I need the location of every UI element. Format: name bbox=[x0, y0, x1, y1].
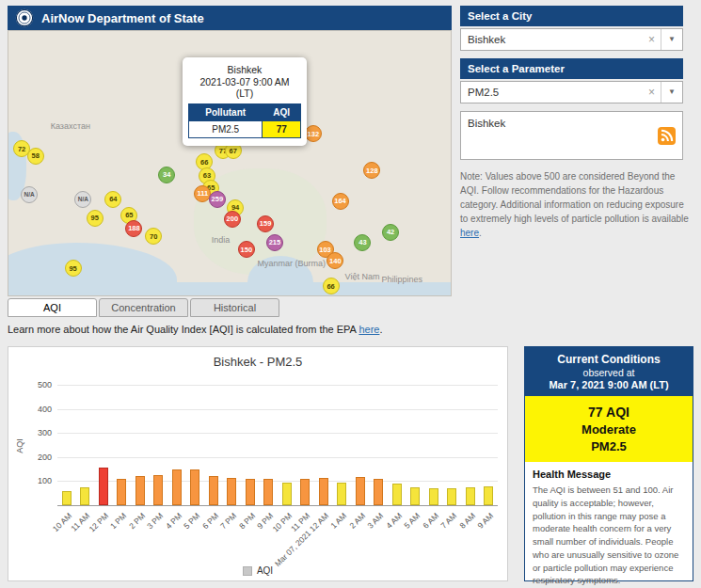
aqi-map-marker[interactable]: 43 bbox=[354, 234, 371, 251]
aqi-bar bbox=[447, 488, 456, 505]
popup-city: Bishkek bbox=[188, 64, 301, 75]
parameter-select[interactable]: PM2.5 × ▼ bbox=[460, 81, 683, 103]
aqi-map-marker[interactable]: 128 bbox=[363, 162, 380, 179]
aqi-bar bbox=[246, 479, 255, 505]
map-place-label: Myanmar (Burma) bbox=[258, 259, 327, 268]
y-axis-tick-label: 500 bbox=[25, 380, 52, 389]
aqi-bar bbox=[319, 478, 328, 505]
map-place-label: Казахстан bbox=[51, 121, 90, 131]
chart-plot: 10020030040050010 AM11 AM12 PM1 PM2 PM3 … bbox=[8, 347, 507, 580]
aqi-bar bbox=[282, 483, 292, 505]
aqi-bar bbox=[356, 477, 365, 505]
aqi-map-marker[interactable]: 150 bbox=[238, 241, 255, 258]
aqi-map-marker[interactable]: 34 bbox=[158, 167, 175, 183]
chart-gridline bbox=[57, 409, 498, 410]
aqi-map-marker[interactable]: 159 bbox=[257, 215, 274, 232]
legend-swatch bbox=[243, 566, 252, 576]
select-city-header: Select a City bbox=[460, 6, 683, 26]
popup-pollutant-value: PM2.5 bbox=[189, 121, 263, 138]
select-parameter-header: Select a Parameter bbox=[460, 58, 683, 79]
epa-text-after: . bbox=[379, 324, 382, 335]
note-here-link[interactable]: here bbox=[460, 228, 479, 238]
cc-aqi-value: 77 AQI bbox=[529, 405, 689, 420]
aqi-bar bbox=[80, 487, 89, 505]
cc-pollutant: PM2.5 bbox=[529, 439, 689, 453]
epa-here-link[interactable]: here bbox=[358, 324, 379, 335]
popup-col-pollutant: Pollutant bbox=[189, 104, 263, 121]
cc-aqi-category: Moderate bbox=[529, 422, 689, 437]
current-conditions-header: Current Conditions observed at Mar 7, 20… bbox=[525, 347, 693, 396]
aqi-map-marker[interactable]: N/A bbox=[21, 186, 38, 203]
chart-gridline bbox=[57, 385, 498, 386]
beyond-aqi-note: Note: Values above 500 are considered Be… bbox=[460, 169, 690, 240]
epa-text: Learn more about how the Air Quality Ind… bbox=[8, 324, 358, 335]
feed-city-value: Bishkek bbox=[468, 118, 505, 129]
aqi-map-marker[interactable]: 132 bbox=[305, 125, 322, 142]
map-place-label: Philippines bbox=[382, 275, 423, 284]
aqi-bar bbox=[300, 479, 310, 505]
chart-panel: Bishkek - PM2.5 AQI 10020030040050010 AM… bbox=[8, 346, 508, 581]
popup-aqi-value: 77 bbox=[263, 121, 301, 138]
aqi-map-marker[interactable]: 259 bbox=[209, 191, 226, 208]
cc-health-section: Health Message The AQI is between 51 and… bbox=[525, 462, 693, 588]
aqi-bar bbox=[374, 479, 383, 505]
aqi-map-marker[interactable]: 64 bbox=[104, 191, 121, 208]
x-axis-line bbox=[57, 505, 498, 506]
app-header: AirNow Department of State bbox=[8, 6, 452, 30]
aqi-bar bbox=[484, 486, 493, 505]
chevron-down-icon[interactable]: ▼ bbox=[661, 29, 682, 50]
dos-seal-icon bbox=[15, 8, 34, 27]
aqi-bar bbox=[392, 484, 402, 505]
aqi-bar bbox=[429, 488, 438, 505]
clear-parameter-icon[interactable]: × bbox=[643, 86, 661, 99]
epa-info-line: Learn more about how the Air Quality Ind… bbox=[8, 324, 382, 335]
popup-table: Pollutant AQI PM2.5 77 bbox=[188, 103, 301, 138]
cc-datetime: Mar 7, 2021 9:00 AM (LT) bbox=[529, 379, 689, 390]
city-select[interactable]: Bishkek × ▼ bbox=[460, 28, 683, 51]
legend-label: AQI bbox=[257, 565, 273, 576]
chart-gridline bbox=[57, 457, 498, 458]
tab-aqi[interactable]: AQI bbox=[8, 298, 97, 317]
aqi-map-marker[interactable]: 140 bbox=[327, 252, 343, 269]
aqi-bar bbox=[227, 478, 236, 505]
aqi-map-marker[interactable]: 215 bbox=[266, 234, 283, 251]
legend-item-aqi[interactable]: AQI bbox=[8, 565, 507, 576]
cc-title: Current Conditions bbox=[529, 353, 689, 366]
y-axis-tick-label: 300 bbox=[25, 428, 52, 437]
clear-city-icon[interactable]: × bbox=[643, 33, 661, 46]
y-axis-tick-label: 200 bbox=[25, 453, 52, 462]
aqi-bar bbox=[209, 476, 218, 505]
aqi-map-marker[interactable]: 95 bbox=[65, 260, 82, 277]
parameter-select-value: PM2.5 bbox=[461, 87, 643, 98]
view-tabs: AQI Concentration Historical bbox=[8, 298, 279, 317]
aqi-map-marker[interactable]: 42 bbox=[382, 224, 399, 241]
aqi-map-marker[interactable]: N/A bbox=[74, 191, 91, 208]
aqi-map-marker[interactable]: 188 bbox=[125, 220, 142, 237]
tab-historical[interactable]: Historical bbox=[190, 298, 279, 317]
aqi-map-marker[interactable]: 58 bbox=[27, 148, 44, 165]
city-select-value: Bishkek bbox=[461, 34, 643, 45]
aqi-map-marker[interactable]: 200 bbox=[224, 211, 241, 228]
aqi-bar bbox=[117, 479, 126, 505]
map-place-label: Việt Nam bbox=[345, 272, 380, 281]
current-conditions-panel: Current Conditions observed at Mar 7, 20… bbox=[524, 346, 693, 581]
aqi-bar bbox=[99, 468, 108, 505]
cc-health-title: Health Message bbox=[533, 469, 685, 480]
app-title: AirNow Department of State bbox=[41, 11, 204, 25]
feed-city-box[interactable]: Bishkek bbox=[460, 111, 683, 160]
chart-gridline bbox=[57, 433, 498, 434]
y-axis-tick-label: 400 bbox=[25, 405, 52, 414]
chevron-down-icon[interactable]: ▼ bbox=[661, 82, 682, 103]
tab-concentration[interactable]: Concentration bbox=[99, 298, 188, 317]
aqi-bar bbox=[62, 491, 72, 505]
aqi-bar bbox=[190, 469, 199, 505]
aqi-map-marker[interactable]: 164 bbox=[332, 193, 349, 210]
aqi-map-marker[interactable]: 66 bbox=[323, 278, 340, 294]
aqi-map-marker[interactable]: 70 bbox=[145, 228, 162, 245]
aqi-map-marker[interactable]: 95 bbox=[87, 210, 104, 227]
popup-col-aqi: AQI bbox=[263, 104, 301, 121]
aqi-bar bbox=[153, 475, 163, 505]
map[interactable]: 7258N/AN/A956465188703495666377676511125… bbox=[8, 30, 452, 296]
rss-feed-icon[interactable] bbox=[658, 127, 676, 145]
popup-lt: (LT) bbox=[188, 87, 301, 99]
